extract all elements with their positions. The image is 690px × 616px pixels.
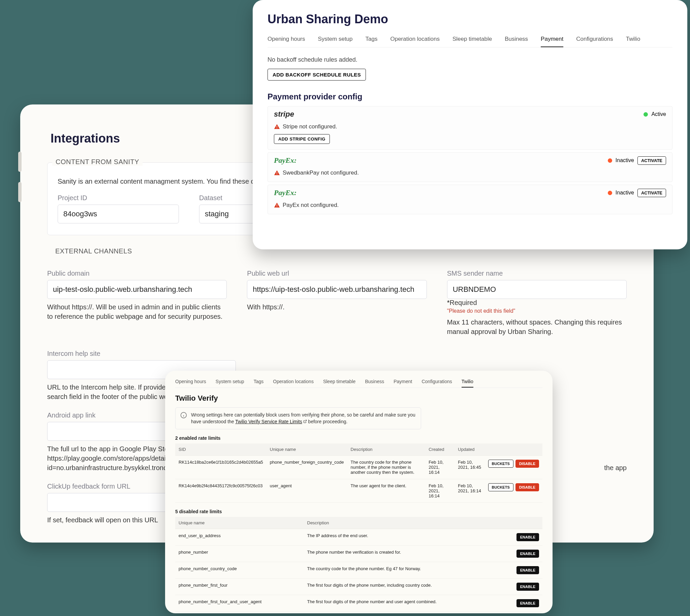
sanity-legend: CONTENT FROM SANITY: [52, 158, 142, 166]
payment-panel: Urban Sharing Demo Opening hoursSystem s…: [253, 0, 687, 249]
tab-business[interactable]: Business: [505, 36, 528, 47]
enable-button[interactable]: ENABLE: [516, 582, 539, 591]
desc-cell: The country code for the phone number, i…: [347, 456, 425, 479]
svg-rect-1: [276, 128, 277, 128]
col-header: [485, 443, 542, 456]
name-cell: phone_number_foreign_country_code: [267, 456, 347, 479]
tab-twilio[interactable]: Twilio: [462, 379, 473, 388]
provider-section-title: Payment provider config: [268, 92, 672, 102]
intercom-label: Intercom help site: [47, 350, 236, 357]
status-text: Inactive: [616, 157, 634, 163]
rate-limits-link[interactable]: Twilio Verify Service Rate Limits: [235, 419, 307, 424]
public-web-input[interactable]: [247, 280, 426, 299]
name-cell: phone_number_country_code: [175, 562, 304, 578]
disable-button[interactable]: DISABLE: [515, 483, 539, 491]
buckets-button[interactable]: BUCKETS: [488, 460, 513, 468]
warning-icon: [274, 124, 280, 130]
activate-button[interactable]: ACTIVATE: [638, 189, 666, 197]
sms-input[interactable]: [447, 280, 627, 299]
status-text: Inactive: [616, 190, 634, 196]
updated-cell: Feb 10, 2021, 16:14: [454, 479, 485, 503]
svg-rect-2: [276, 172, 277, 174]
tab-system-setup[interactable]: System setup: [216, 379, 244, 388]
device-notch: [18, 152, 22, 172]
tab-configurations[interactable]: Configurations: [576, 36, 613, 47]
tab-payment[interactable]: Payment: [394, 379, 412, 388]
payex-logo: PayEx:: [274, 156, 296, 165]
tab-sleep-timetable[interactable]: Sleep timetable: [452, 36, 492, 47]
tab-tags[interactable]: Tags: [365, 36, 378, 47]
tab-opening-hours[interactable]: Opening hours: [268, 36, 305, 47]
table-row: RK14c4e9b2f4c84435172fc9c00575f26c03 use…: [175, 479, 542, 503]
col-header: Description: [304, 517, 488, 529]
created-cell: Feb 10, 2021, 16:14: [425, 456, 454, 479]
disabled-table: Unique nameDescription end_user_ip_addre…: [175, 517, 542, 612]
tab-operation-locations[interactable]: Operation locations: [273, 379, 314, 388]
twilio-tabs: Opening hoursSystem setupTagsOperation l…: [175, 379, 542, 388]
buckets-button[interactable]: BUCKETS: [488, 483, 513, 491]
name-cell: user_agent: [267, 479, 347, 503]
public-web-help: With https://.: [247, 302, 426, 312]
add-backoff-button[interactable]: ADD BACKOFF SCHEDULE RULES: [268, 69, 366, 81]
ios-help-tail: the app: [604, 463, 627, 472]
desc-cell: The IP address of the end user.: [304, 529, 488, 546]
stripe-logo: stripe: [274, 110, 294, 118]
payex-logo: PayEx:: [274, 189, 296, 197]
created-cell: Feb 10, 2021, 16:14: [425, 479, 454, 503]
public-domain-help: Without https://. Will be used in admin …: [47, 302, 227, 321]
col-header: Updated: [454, 443, 485, 456]
status-dot: [644, 112, 648, 116]
twilio-panel: Opening hoursSystem setupTagsOperation l…: [165, 371, 553, 613]
enable-button[interactable]: ENABLE: [516, 550, 539, 558]
col-header: Created: [425, 443, 454, 456]
public-web-label: Public web url: [247, 269, 426, 277]
external-link-icon: [303, 420, 307, 423]
desc-cell: The phone number the verification is cre…: [304, 546, 488, 562]
enable-button[interactable]: ENABLE: [516, 599, 539, 607]
sid-cell: RK14c4e9b2f4c84435172fc9c00575f26c03: [175, 479, 267, 503]
tab-sleep-timetable[interactable]: Sleep timetable: [323, 379, 356, 388]
tab-twilio[interactable]: Twilio: [626, 36, 641, 47]
provider-card: PayEx: Inactive ACTIVATE PayEx not confi…: [268, 185, 672, 214]
col-header: Description: [347, 443, 425, 456]
sid-cell: RK114c18ba2ce6e1f1b3165c2d4b02655a5: [175, 456, 267, 479]
disable-button[interactable]: DISABLE: [515, 460, 539, 468]
table-row: RK114c18ba2ce6e1f1b3165c2d4b02655a5 phon…: [175, 456, 542, 479]
channels-legend: EXTERNAL CHANNELS: [52, 247, 135, 255]
add-config-button[interactable]: ADD STRIPE CONFIG: [274, 134, 330, 144]
provider-warning: SwedbankPay not configured.: [274, 170, 666, 176]
col-header: Unique name: [267, 443, 347, 456]
enable-button[interactable]: ENABLE: [516, 533, 539, 541]
col-header: Unique name: [175, 517, 304, 529]
warning-icon: [274, 202, 280, 208]
tab-system-setup[interactable]: System setup: [318, 36, 353, 47]
name-cell: phone_number_first_four_and_user_agent: [175, 595, 304, 612]
svg-rect-5: [276, 206, 277, 207]
warning-icon: [274, 170, 280, 176]
enable-button[interactable]: ENABLE: [516, 566, 539, 574]
twilio-title: Twilio Verify: [175, 394, 542, 403]
project-id-label: Project ID: [58, 194, 179, 202]
activate-button[interactable]: ACTIVATE: [638, 156, 666, 165]
info-icon: [180, 412, 187, 419]
tab-opening-hours[interactable]: Opening hours: [175, 379, 206, 388]
table-row: phone_number The phone number the verifi…: [175, 546, 542, 562]
tab-operation-locations[interactable]: Operation locations: [390, 36, 439, 47]
desc-cell: The first four digits of the phone numbe…: [304, 595, 488, 612]
sms-required: Required: [447, 299, 627, 307]
device-notch: [18, 182, 22, 202]
tab-tags[interactable]: Tags: [254, 379, 264, 388]
tab-configurations[interactable]: Configurations: [422, 379, 452, 388]
table-row: end_user_ip_address The IP address of th…: [175, 529, 542, 546]
disabled-label: 5 disabled rate limits: [175, 509, 542, 514]
system-title: Urban Sharing Demo: [268, 12, 672, 26]
desc-cell: The country code for the phone number. E…: [304, 562, 488, 578]
public-domain-input[interactable]: [47, 280, 227, 299]
table-row: phone_number_country_code The country co…: [175, 562, 542, 578]
status-dot: [608, 158, 612, 163]
tab-business[interactable]: Business: [365, 379, 384, 388]
tab-payment[interactable]: Payment: [541, 36, 563, 47]
provider-warning: PayEx not configured.: [274, 202, 666, 208]
project-id-input[interactable]: [58, 204, 179, 223]
twilio-callout: Wrong settings here can potentially bloc…: [175, 408, 421, 429]
